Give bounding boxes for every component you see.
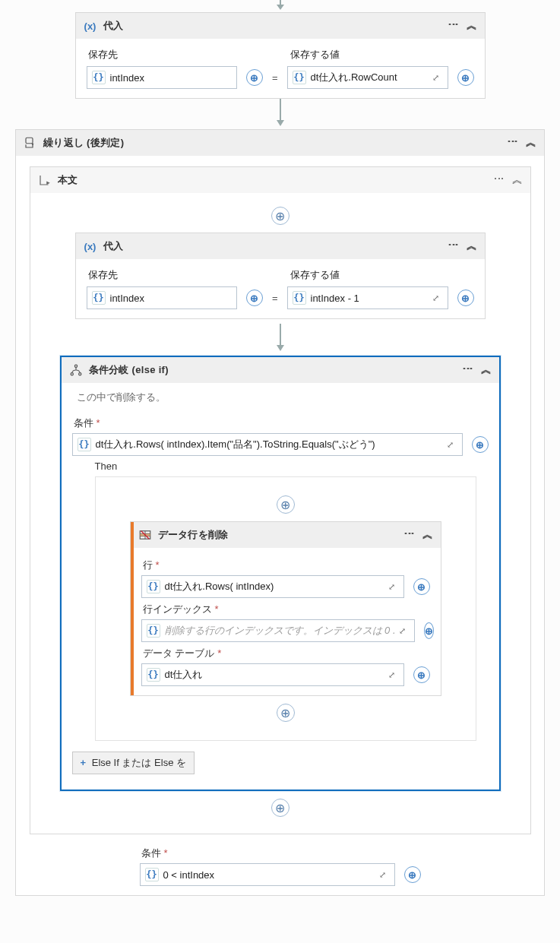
datatable-label: データ テーブル [143, 647, 215, 659]
activity-annotation: この中で削除する。 [72, 389, 489, 412]
branch-icon [69, 363, 83, 377]
save-to-input[interactable]: {} intIndex [87, 66, 237, 89]
drop-add-point[interactable]: ⊕ [41, 207, 520, 225]
add-button[interactable]: ⊕ [424, 622, 434, 639]
save-value-value: intIndex - 1 [311, 293, 429, 304]
add-elseif-else-button[interactable]: + Else If または Else を [72, 752, 195, 774]
activity-if-elseif[interactable]: 条件分岐 (else if) ⋮ ︽ この中で削除する。 条件* [60, 356, 501, 791]
variable-icon: (x) [84, 19, 97, 33]
required-marker: * [215, 603, 219, 615]
activity-do-while[interactable]: 繰り返し (後判定) ⋮ ︽ 本文 ⋮ ︽ [15, 129, 545, 896]
expand-icon[interactable]: ⤢ [376, 868, 390, 881]
svg-point-10 [71, 373, 73, 375]
braces-icon: {} [78, 438, 91, 451]
expand-icon[interactable]: ⤢ [429, 291, 443, 305]
svg-marker-8 [277, 345, 284, 351]
braces-icon: {} [293, 291, 306, 305]
activity-remove-data-row[interactable]: データ行を削除 ⋮ ︽ 行* [130, 521, 441, 696]
expand-icon[interactable]: ⤢ [385, 580, 399, 593]
required-marker: * [96, 417, 100, 429]
loop-icon [24, 136, 37, 150]
more-menu-icon[interactable]: ⋮ [508, 136, 518, 150]
expand-icon[interactable]: ⤢ [429, 71, 443, 84]
datarow-delete-icon [138, 528, 152, 542]
condition-input[interactable]: {} dt仕入れ.Rows( intIndex).Item("品名").ToSt… [72, 433, 463, 456]
add-button[interactable]: ⊕ [457, 290, 474, 306]
activity-title: 代入 [103, 239, 448, 253]
save-to-value: intIndex [110, 72, 232, 84]
equals-sign: = [267, 293, 283, 304]
required-marker: * [156, 559, 160, 571]
datatable-value: dt仕入れ [165, 668, 385, 682]
save-value-label: 保存する値 [290, 48, 473, 62]
condition-value: dt仕入れ.Rows( intIndex).Item("品名").ToStrin… [96, 438, 444, 451]
collapse-icon[interactable]: ︽ [481, 363, 492, 377]
add-elseif-else-label: Else If または Else を [92, 757, 186, 768]
activity-title: 繰り返し (後判定) [43, 136, 508, 150]
svg-rect-4 [26, 138, 33, 144]
activity-title: 条件分岐 (else if) [89, 363, 463, 377]
drop-add-point[interactable]: ⊕ [106, 495, 465, 514]
flow-arrow [41, 324, 520, 353]
save-value-label: 保存する値 [290, 268, 473, 282]
rowindex-placeholder: 削除する行のインデックスです。インデックスは 0 . [165, 624, 396, 638]
add-button[interactable]: ⊕ [404, 866, 421, 883]
braces-icon: {} [293, 71, 306, 84]
svg-marker-3 [277, 120, 284, 126]
save-value-input[interactable]: {} dt仕入れ.RowCount ⤢ [287, 66, 448, 89]
rowindex-input[interactable]: {} 削除する行のインデックスです。インデックスは 0 . ⤢ [141, 619, 415, 642]
activity-assign-2[interactable]: (x) 代入 ⋮ ︽ 保存先 保存する値 [75, 233, 486, 319]
more-menu-icon[interactable]: ⋮ [404, 528, 415, 542]
save-to-input[interactable]: {} intIndex [87, 286, 237, 309]
required-marker: * [164, 847, 168, 859]
flow-arrow [15, 99, 545, 128]
dowhile-condition-input[interactable]: {} 0 < intIndex ⤢ [140, 863, 395, 886]
add-button[interactable]: ⊕ [413, 578, 430, 595]
then-label: Then [72, 456, 489, 472]
add-button[interactable]: ⊕ [246, 69, 263, 86]
save-value-input[interactable]: {} intIndex - 1 ⤢ [287, 286, 448, 309]
save-to-label: 保存先 [88, 268, 271, 282]
svg-marker-5 [32, 144, 34, 146]
svg-point-11 [78, 373, 81, 375]
svg-point-9 [74, 365, 77, 367]
more-menu-icon[interactable]: ⋮ [463, 363, 473, 377]
braces-icon: {} [92, 71, 106, 84]
collapse-icon[interactable]: ︽ [467, 239, 477, 253]
activity-title: 代入 [103, 19, 448, 33]
add-button[interactable]: ⊕ [413, 666, 430, 683]
activity-assign-1[interactable]: (x) 代入 ⋮ ︽ 保存先 保存する値 {} intIndex ⊕ = {} [75, 12, 486, 99]
row-input[interactable]: {} dt仕入れ.Rows( intIndex) ⤢ [141, 575, 404, 598]
more-menu-icon[interactable]: ⋮ [494, 173, 505, 187]
more-menu-icon[interactable]: ⋮ [448, 19, 459, 33]
braces-icon: {} [147, 668, 160, 682]
rowindex-label: 行インデックス [143, 603, 212, 615]
collapse-icon[interactable]: ︽ [512, 173, 523, 187]
braces-icon: {} [147, 624, 160, 638]
add-button[interactable]: ⊕ [472, 436, 489, 453]
svg-marker-1 [277, 5, 284, 10]
braces-icon: {} [147, 580, 160, 593]
required-marker: * [217, 647, 221, 659]
save-to-value: intIndex [110, 293, 232, 304]
dowhile-condition-value: 0 < intIndex [163, 869, 376, 881]
collapse-icon[interactable]: ︽ [526, 136, 536, 150]
braces-icon: {} [92, 291, 106, 305]
drop-add-point[interactable]: ⊕ [41, 799, 520, 817]
expand-icon[interactable]: ⤢ [444, 438, 457, 451]
then-container: ⊕ データ行を削除 [95, 476, 476, 741]
plus-icon: + [81, 757, 87, 768]
activity-sequence-body[interactable]: 本文 ⋮ ︽ ⊕ (x) 代入 ⋮ [30, 166, 531, 834]
add-button[interactable]: ⊕ [246, 290, 263, 306]
drop-add-point[interactable]: ⊕ [106, 704, 465, 722]
datatable-input[interactable]: {} dt仕入れ ⤢ [141, 663, 404, 686]
collapse-icon[interactable]: ︽ [467, 19, 477, 33]
collapse-icon[interactable]: ︽ [422, 528, 433, 542]
sequence-icon [38, 173, 52, 187]
more-menu-icon[interactable]: ⋮ [448, 239, 459, 253]
expand-icon[interactable]: ⤢ [396, 624, 410, 638]
expand-icon[interactable]: ⤢ [385, 668, 399, 682]
activity-title: データ行を削除 [158, 528, 404, 542]
add-button[interactable]: ⊕ [457, 69, 474, 86]
dowhile-condition-label: 条件 [141, 847, 161, 859]
